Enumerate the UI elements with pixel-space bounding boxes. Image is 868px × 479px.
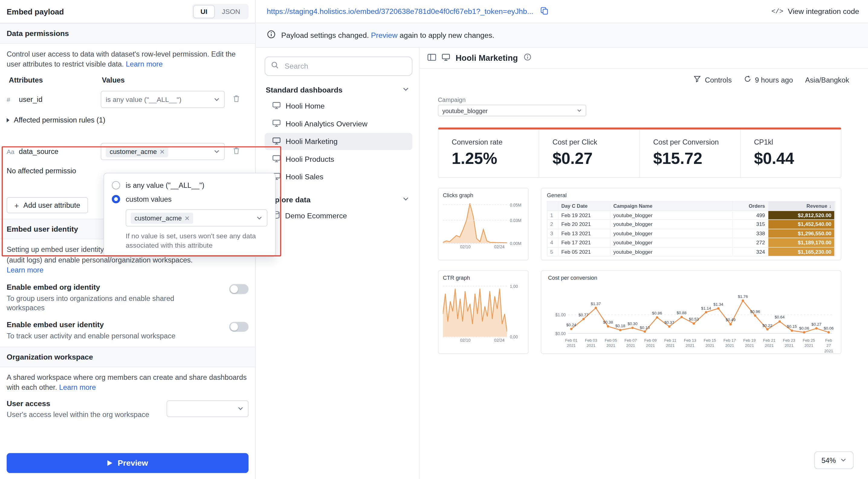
ui-toggle-button[interactable]: UI [193,5,215,18]
x-axis-labels: 02/1002/24 [443,244,507,251]
data-label: $0.24 [566,322,576,327]
sidebar-item-hooli-marketing[interactable]: Hooli Marketing [265,133,412,150]
x-tick-label: 02/24 [494,338,504,342]
affected-rules-toggle[interactable]: Affected permission rules (1) [7,116,248,124]
kpi-cost-per-click: Cost per Click $0.27 [538,130,639,178]
data-label: $1.76 [738,294,748,299]
table-cell: Feb 17 2021 [559,238,611,247]
preview-button[interactable]: Preview [7,453,248,473]
code-icon: </> [771,7,783,16]
notice-post: again to apply new changes. [400,31,494,39]
row-index: 1 [547,211,559,220]
delete-attribute-button[interactable] [231,146,242,157]
sidebar-item-demo-ecommerce[interactable]: Demo Ecommerce [265,207,412,224]
x-tick-label: 02/24 [494,244,504,249]
y-tick-label: 0.00M [510,241,521,246]
user-access-select[interactable] [166,400,248,417]
table-header[interactable]: Orders [733,202,768,211]
remove-chip-icon[interactable] [185,214,189,222]
data-label: $0.27 [811,322,822,327]
kpi-value: $0.44 [754,150,828,168]
panel-header: Embed payload UI JSON [0,0,255,23]
notice-text: Payload settings changed. Preview again … [281,31,494,39]
campaign-filter-select[interactable]: youtube_blogger [438,104,586,116]
funnel-icon [694,75,701,84]
attributes-table-header: Attributes Values [7,76,248,84]
data-source-value-select[interactable]: customer_acme [101,143,224,160]
data-label: $0.77 [579,312,588,317]
trash-icon [232,95,240,104]
user-identity-description: To track user activity and enable person… [7,331,176,341]
json-toggle-button[interactable]: JSON [215,5,248,18]
timezone-label[interactable]: Asia/Bangkok [805,76,849,84]
view-integration-code-button[interactable]: </> View integration code [771,7,859,16]
table-header[interactable]: Campaign Name [611,202,733,211]
sidebar-item-hooli-home[interactable]: Hooli Home [265,97,412,115]
x-tick-label: Feb 212021 [763,338,776,348]
zoom-control[interactable]: 54% [814,451,854,469]
table-header[interactable]: Day C Date [559,202,611,211]
user-identity-toggle[interactable] [229,322,248,332]
learn-more-link[interactable]: Learn more [59,383,96,391]
embed-url-link[interactable]: https://staging4.holistics.io/embed/3720… [267,7,533,16]
last-refreshed[interactable]: 9 hours ago [744,75,793,84]
info-icon[interactable] [523,53,531,63]
info-icon [267,30,276,40]
user-identity-label: Enable embed user identity [7,321,176,329]
sidebar-item-label: Hooli Sales [286,173,323,181]
table-cell: 324 [733,247,768,257]
section-standard-dashboards[interactable]: Standard dashboards [266,86,409,94]
chevron-right-icon [7,118,9,122]
controls-button[interactable]: Controls [694,75,732,84]
data-source-attribute-row: Aa data_source customer_acme [7,143,248,160]
general-table: Day C Date Campaign Name Orders Revenue↓… [547,201,835,257]
values-column-label: Values [102,76,125,84]
sidebar-item-label: Hooli Analytics Overview [286,120,368,128]
custom-values-input[interactable]: customer_acme [126,209,268,227]
sidebar-item-hooli-sales[interactable]: Hooli Sales [265,169,412,186]
learn-more-link[interactable]: Learn more [126,60,163,68]
general-table-card: General Day C Date Campaign Name Orders … [541,188,841,260]
chevron-down-icon [256,213,262,223]
zoom-value: 54% [822,456,836,464]
user-identity-toggle-row: Enable embed user identity To track user… [7,321,248,341]
radio-selected-icon[interactable] [112,195,120,203]
revenue-cell: $1,452,540.00 [768,220,835,229]
user-id-value-select[interactable]: is any value ("__ALL__") [101,91,224,108]
option-label: custom values [126,195,172,203]
y-axis-labels: 0.05M0.03M0.00M [507,201,525,243]
table-header-revenue[interactable]: Revenue↓ [768,202,835,211]
table-cell: youtube_blogger [611,211,733,220]
search-input[interactable] [283,61,406,71]
option-any-value[interactable]: is any value ("__ALL__") [104,178,275,192]
data-label: $0.18 [615,324,625,328]
delete-attribute-button[interactable] [231,94,242,105]
notice-preview-link[interactable]: Preview [371,31,397,39]
add-user-attribute-button[interactable]: + Add user attribute [7,198,88,213]
chevron-down-icon [214,95,220,104]
x-tick-label: Feb 132021 [684,338,696,348]
x-tick-label: Feb 052021 [605,338,617,348]
table-cell: Feb 13 2021 [559,229,611,238]
section-explore-data[interactable]: Explore data [266,196,409,204]
copy-url-button[interactable] [539,5,550,17]
y-tick-label: 0.05M [510,203,521,207]
sidebar-toggle-icon[interactable] [427,53,436,63]
chart-title: Cost per conversion [548,275,834,281]
controls-label: Controls [705,76,732,84]
sidebar-item-hooli-analytics-overview[interactable]: Hooli Analytics Overview [265,115,412,132]
remove-chip-icon[interactable] [160,148,165,156]
x-tick-label: Feb 172021 [723,338,736,348]
radio-unselected-icon[interactable] [112,181,120,189]
dashboard-nav: Standard dashboards Hooli Home Hooli Ana… [256,48,420,479]
table-header [547,202,559,211]
description-text: Control user access to data with dataset… [7,50,236,68]
org-identity-toggle[interactable] [229,284,248,294]
option-custom-values[interactable]: custom values [104,192,275,206]
x-axis-labels: 02/1002/24 [443,338,507,345]
learn-more-link[interactable]: Learn more [7,266,43,274]
dashboard-icon [272,137,280,146]
sidebar-item-hooli-products[interactable]: Hooli Products [265,151,412,168]
y-tick-label: $1.00 [548,313,566,318]
dashboard-icon [272,119,280,128]
